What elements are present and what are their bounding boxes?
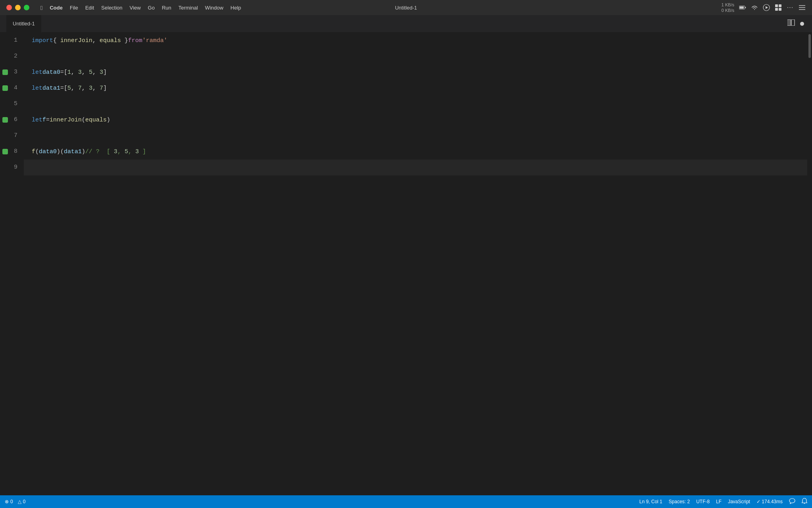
gutter-line: 8 [0, 144, 24, 160]
editor-tab[interactable]: Untitled-1 [6, 15, 42, 33]
svg-rect-2 [739, 6, 744, 9]
code-line[interactable]: let f = innerJoin(equals) [24, 112, 812, 128]
gutter-line: 3 [0, 64, 24, 80]
gutter-line: 7 [0, 128, 24, 144]
network-up: 1 KB/s [722, 2, 734, 8]
code-editor[interactable]: import { innerJoin, equals } from 'ramda… [24, 33, 812, 495]
line-number: 8 [14, 144, 17, 160]
menu-window[interactable]: Window [205, 5, 223, 11]
svg-rect-13 [791, 19, 795, 26]
titlebar-right: 1 KB/s 0 KB/s [722, 2, 806, 13]
gutter-line: 5 [0, 96, 24, 112]
battery-icon [739, 4, 746, 11]
minimize-button[interactable] [15, 5, 21, 10]
gutter-line: 2 [0, 48, 24, 64]
bell-icon[interactable] [802, 498, 807, 506]
unsaved-indicator [800, 22, 804, 26]
code-line[interactable] [24, 96, 812, 112]
warnings-status[interactable]: △ 0 [18, 499, 26, 504]
error-icon: ⊗ [5, 499, 9, 504]
gutter-line: 1 [0, 33, 24, 48]
code-line[interactable] [24, 128, 812, 144]
warning-count: 0 [23, 499, 26, 504]
play-icon[interactable] [763, 4, 770, 11]
extensions-icon[interactable] [775, 4, 782, 11]
menu-edit[interactable]: Edit [85, 5, 94, 11]
split-editor-icon[interactable] [787, 19, 795, 28]
breakpoint-indicator[interactable] [2, 149, 8, 154]
menu-terminal[interactable]: Terminal [178, 5, 198, 11]
language-mode[interactable]: JavaScript [728, 499, 750, 504]
titlebar-left:  Code File Edit Selection View Go Run T… [6, 4, 241, 11]
code-line[interactable]: import { innerJoin, equals } from 'ramda… [24, 33, 812, 48]
network-down: 0 KB/s [722, 8, 734, 13]
line-ending[interactable]: LF [716, 499, 722, 504]
line-number: 6 [14, 112, 17, 128]
statusbar-right: Ln 9, Col 1 Spaces: 2 UTF-8 LF JavaScrip… [639, 498, 807, 506]
line-number: 3 [14, 64, 17, 80]
apple-menu[interactable]:  [40, 4, 42, 11]
menu-run[interactable]: Run [162, 5, 171, 11]
menu-file[interactable]: File [70, 5, 78, 11]
close-button[interactable] [6, 5, 12, 10]
line-number: 1 [14, 33, 17, 48]
errors-status[interactable]: ⊗ 0 [5, 499, 13, 504]
editor-container: 123456789 import { innerJoin, equals } f… [0, 33, 812, 495]
line-gutter: 123456789 [0, 33, 24, 495]
menu-go[interactable]: Go [148, 5, 155, 11]
list-icon[interactable] [799, 4, 806, 11]
svg-rect-6 [779, 4, 781, 7]
statusbar-left: ⊗ 0 △ 0 [5, 499, 25, 504]
svg-rect-5 [775, 4, 778, 7]
feedback-icon[interactable] [789, 498, 795, 506]
cursor-position[interactable]: Ln 9, Col 1 [639, 499, 662, 504]
code-line[interactable] [24, 48, 812, 64]
gutter-line: 9 [0, 160, 24, 175]
gutter-line: 6 [0, 112, 24, 128]
window-title: Untitled-1 [395, 5, 417, 11]
code-line[interactable]: let data1 = [5, 7, 3, 7] [24, 80, 812, 96]
svg-marker-4 [766, 6, 768, 9]
code-line[interactable] [24, 160, 812, 175]
scrollbar-track[interactable] [807, 33, 812, 495]
titlebar-menu:  Code File Edit Selection View Go Run T… [40, 4, 241, 11]
warning-icon: △ [18, 499, 21, 504]
breakpoint-indicator[interactable] [2, 85, 8, 91]
encoding[interactable]: UTF-8 [696, 499, 710, 504]
breakpoint-indicator[interactable] [2, 117, 8, 123]
svg-rect-8 [779, 8, 781, 11]
scrollbar-thumb [808, 34, 811, 58]
maximize-button[interactable] [24, 5, 29, 10]
tabbar: Untitled-1 [0, 15, 812, 33]
timing-info: ✓ 174.43ms [756, 499, 783, 504]
menu-selection[interactable]: Selection [101, 5, 122, 11]
line-number: 5 [14, 96, 17, 112]
svg-rect-1 [745, 7, 746, 8]
menu-view[interactable]: View [130, 5, 141, 11]
line-number: 4 [14, 80, 17, 96]
line-number: 9 [14, 160, 17, 175]
svg-rect-7 [775, 8, 778, 11]
app-name[interactable]: Code [50, 5, 63, 11]
line-number: 2 [14, 48, 17, 64]
tabbar-inner: Untitled-1 [6, 15, 812, 33]
network-stats: 1 KB/s 0 KB/s [722, 2, 734, 13]
code-line[interactable]: let data0 = [1, 3, 5, 3] [24, 64, 812, 80]
gutter-line: 4 [0, 80, 24, 96]
statusbar: ⊗ 0 △ 0 Ln 9, Col 1 Spaces: 2 UTF-8 LF J… [0, 495, 812, 508]
code-line[interactable]: f(data0)(data1) // ? [ 3, 5, 3 ] [24, 144, 812, 160]
titlebar:  Code File Edit Selection View Go Run T… [0, 0, 812, 15]
breakpoint-indicator[interactable] [2, 69, 8, 75]
error-count: 0 [10, 499, 13, 504]
menu-help[interactable]: Help [230, 5, 241, 11]
tab-title: Untitled-1 [13, 21, 35, 27]
wifi-icon [751, 4, 758, 11]
more-icon[interactable]: ··· [787, 4, 794, 11]
line-number: 7 [14, 128, 17, 144]
indentation[interactable]: Spaces: 2 [669, 499, 690, 504]
